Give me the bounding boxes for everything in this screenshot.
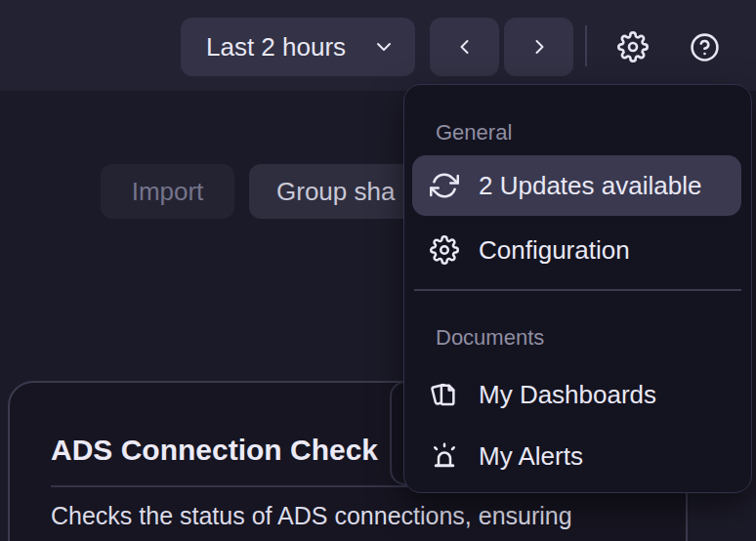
chevron-right-icon: [527, 35, 551, 59]
import-button-label: Import: [132, 177, 204, 207]
import-button[interactable]: Import: [101, 164, 234, 219]
menu-item-my-alerts[interactable]: My Alerts: [412, 426, 741, 486]
gear-icon: [429, 234, 460, 266]
top-bar: Last 2 hours: [0, 0, 756, 91]
menu-item-my-dashboards[interactable]: My Dashboards: [412, 364, 741, 425]
menu-divider: [414, 289, 741, 291]
next-range-button[interactable]: [504, 18, 573, 76]
settings-dropdown-menu: General 2 Updates available Configuratio…: [403, 84, 752, 493]
menu-item-label: My Alerts: [479, 441, 583, 472]
chevron-down-icon: [372, 35, 396, 59]
menu-item-configuration[interactable]: Configuration: [412, 220, 741, 280]
menu-section-general: General: [436, 120, 512, 146]
card-description: Checks the status of ADS connections, en…: [51, 502, 572, 530]
menu-section-documents: Documents: [436, 325, 544, 351]
chevron-left-icon: [453, 35, 477, 59]
help-button[interactable]: [686, 28, 723, 65]
time-range-label: Last 2 hours: [206, 32, 346, 62]
gear-icon: [617, 31, 649, 62]
alarm-icon: [429, 440, 460, 472]
menu-item-label: 2 Updates available: [479, 171, 701, 201]
group-share-button-label: Group sha: [276, 177, 395, 207]
topbar-divider: [585, 25, 587, 66]
documents-icon: [429, 379, 460, 410]
sync-icon: [429, 170, 460, 201]
time-range-button[interactable]: Last 2 hours: [181, 18, 415, 76]
previous-range-button[interactable]: [430, 18, 499, 76]
help-icon: [690, 32, 720, 62]
card-title: ADS Connection Check: [51, 434, 378, 467]
menu-item-label: Configuration: [479, 235, 630, 266]
menu-item-updates-available[interactable]: 2 Updates available: [412, 155, 741, 216]
menu-item-label: My Dashboards: [479, 380, 656, 410]
settings-button[interactable]: [614, 28, 651, 65]
